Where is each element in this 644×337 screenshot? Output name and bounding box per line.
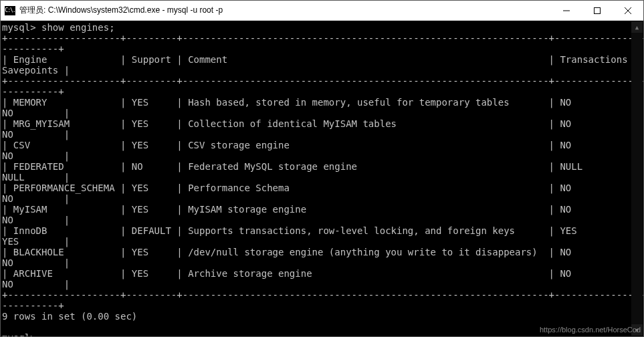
window-title: 管理员: C:\Windows\system32\cmd.exe - mysql…: [19, 5, 223, 16]
close-button[interactable]: [613, 1, 643, 20]
svg-rect-1: [595, 7, 601, 13]
terminal-window: C:\. 管理员: C:\Windows\system32\cmd.exe - …: [0, 0, 644, 337]
console-area[interactable]: mysql> show engines; +------------------…: [1, 21, 643, 336]
minimize-button[interactable]: [551, 1, 582, 20]
cmd-icon: C:\.: [5, 6, 15, 15]
console-output: mysql> show engines; +------------------…: [2, 22, 643, 336]
scrollbar[interactable]: [631, 33, 643, 324]
titlebar[interactable]: C:\. 管理员: C:\Windows\system32\cmd.exe - …: [1, 1, 643, 21]
window-buttons: [551, 1, 643, 20]
scroll-up-button[interactable]: ▲: [631, 21, 643, 33]
maximize-button[interactable]: [582, 1, 613, 20]
watermark: https://blog.csdn.net/HorseCod: [540, 324, 641, 335]
